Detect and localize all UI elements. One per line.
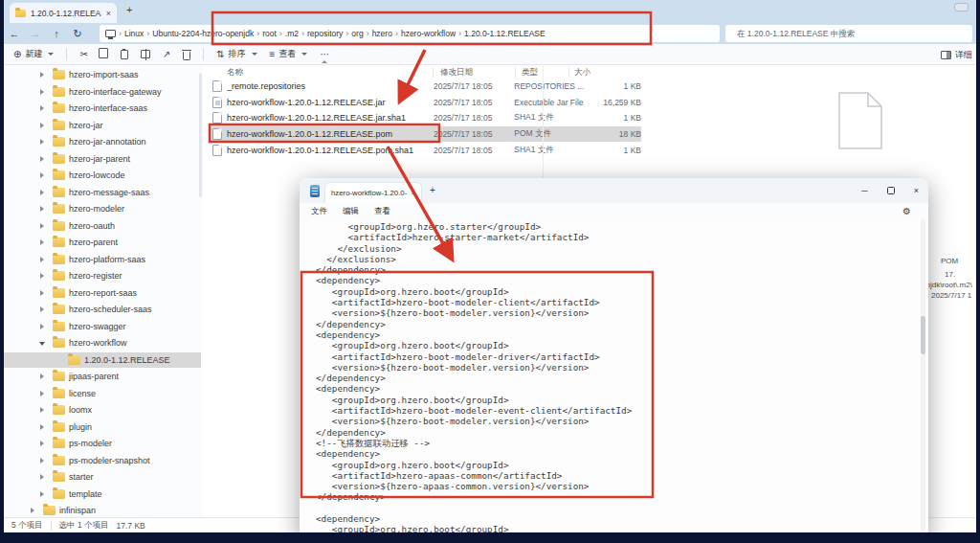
sidebar-item-starter[interactable]: starter <box>4 469 201 485</box>
chevron-right-icon[interactable] <box>36 439 49 448</box>
new-button[interactable]: ⊕ 新建 <box>13 48 54 60</box>
breadcrumb-item[interactable]: repository <box>307 29 343 38</box>
menu-edit[interactable]: 编辑 <box>343 206 359 217</box>
sidebar-item-hzero-message-saas[interactable]: hzero-message-saas <box>4 185 201 200</box>
close-icon[interactable]: × <box>411 189 415 197</box>
chevron-right-icon[interactable] <box>36 87 49 97</box>
minimize-icon[interactable]: ─ <box>861 186 867 195</box>
file-row[interactable]: hzero-workflow-1.20.0-1.12.RELEASE.jar20… <box>209 95 641 111</box>
search-input[interactable] <box>725 25 972 42</box>
notepad-tab[interactable]: hzero-workflow-1.20.0-1.12.RELEAS × <box>324 182 422 203</box>
sidebar-item-loomx[interactable]: loomx <box>4 402 201 418</box>
window-maximize-button-partial[interactable] <box>954 3 969 11</box>
sidebar-item-jipaas-parent[interactable]: jipaas-parent <box>4 369 201 384</box>
chevron-right-icon[interactable] <box>36 154 49 164</box>
sidebar-item-hzero-lowcode[interactable]: hzero-lowcode <box>4 168 201 183</box>
breadcrumb-item[interactable]: 1.20.0-1.12.RELEASE <box>464 29 546 38</box>
sidebar-item-hzero-jar-parent[interactable]: hzero-jar-parent <box>4 151 201 167</box>
chevron-right-icon[interactable] <box>36 271 49 281</box>
forward-icon[interactable]: → <box>25 28 46 39</box>
breadcrumb[interactable]: ›Linux›Ubuntu-2204-hzero-openjdk›root›.m… <box>100 25 720 42</box>
chevron-right-icon[interactable] <box>36 221 49 231</box>
back-icon[interactable]: ← <box>4 28 25 39</box>
chevron-right-icon[interactable] <box>27 506 39 515</box>
chevron-right-icon[interactable] <box>36 70 49 79</box>
sidebar-item-hzero-report-saas[interactable]: hzero-report-saas <box>4 285 201 301</box>
taskbar[interactable] <box>0 532 980 543</box>
details-toggle[interactable]: 详细 <box>941 44 972 65</box>
breadcrumb-item[interactable]: .m2 <box>285 29 299 38</box>
sort-button[interactable]: ⇅ 排序 <box>216 48 256 60</box>
chevron-right-icon[interactable] <box>36 103 49 113</box>
sidebar-item-plugin[interactable]: plugin <box>4 419 201 435</box>
scrollbar[interactable] <box>921 219 925 538</box>
chevron-right-icon[interactable] <box>36 389 49 398</box>
file-row[interactable]: hzero-workflow-1.20.0-1.12.RELEASE.jar.s… <box>209 110 641 126</box>
chevron-right-icon[interactable] <box>36 456 49 465</box>
breadcrumb-item[interactable]: hzero <box>372 29 392 38</box>
refresh-icon[interactable]: ↻ <box>67 28 88 40</box>
breadcrumb-item[interactable]: Linux <box>124 29 144 38</box>
sidebar-item-hzero-scheduler-saas[interactable]: hzero-scheduler-saas <box>4 302 201 317</box>
column-header-type[interactable]: 类型 <box>522 67 538 79</box>
rename-icon[interactable] <box>141 50 150 58</box>
chevron-right-icon[interactable] <box>36 238 49 247</box>
breadcrumb-item[interactable]: root <box>262 29 277 38</box>
menu-file[interactable]: 文件 <box>311 206 327 217</box>
breadcrumb-item[interactable]: org <box>351 29 363 38</box>
sidebar-item-hzero-interface-saas[interactable]: hzero-interface-saas <box>4 101 201 116</box>
new-tab-button[interactable]: + <box>430 185 435 195</box>
chevron-right-icon[interactable] <box>36 288 49 298</box>
chevron-right-icon[interactable] <box>36 489 49 499</box>
sidebar-item-hzero-register[interactable]: hzero-register <box>4 268 201 283</box>
sidebar-item-hzero-modeler[interactable]: hzero-modeler <box>4 201 201 216</box>
editor-content[interactable]: <groupId>org.hzero.starter</groupId> <ar… <box>300 219 928 538</box>
chevron-right-icon[interactable] <box>36 422 49 432</box>
sidebar-item-hzero-workflow[interactable]: hzero-workflow <box>4 335 201 351</box>
sidebar-item-template[interactable]: template <box>4 486 201 502</box>
sidebar-item-hzero-interface-gateway[interactable]: hzero-interface-gateway <box>4 84 201 100</box>
sidebar-item-infinispan[interactable]: infinispan <box>4 503 201 517</box>
column-header-name[interactable]: 名称 <box>227 67 243 79</box>
more-icon[interactable]: ⋯ <box>320 49 329 59</box>
sidebar-item-hzero-oauth[interactable]: hzero-oauth <box>4 218 201 234</box>
chevron-right-icon[interactable] <box>36 121 49 130</box>
maximize-icon[interactable] <box>887 187 895 194</box>
explorer-tab[interactable]: 1.20.0-1.12.RELEASE × <box>10 3 117 23</box>
chevron-down-icon[interactable] <box>36 338 49 348</box>
delete-icon[interactable] <box>183 52 190 60</box>
share-icon[interactable]: ↗ <box>163 49 170 59</box>
cut-icon[interactable]: ✂ <box>79 49 87 59</box>
chevron-right-icon[interactable] <box>36 137 49 147</box>
close-icon[interactable]: × <box>914 186 919 195</box>
chevron-right-icon[interactable] <box>36 372 49 381</box>
chevron-right-icon[interactable] <box>36 472 49 482</box>
menu-view[interactable]: 查看 <box>374 206 390 217</box>
chevron-right-icon[interactable] <box>36 322 49 331</box>
column-header-size[interactable]: 大小 <box>574 67 590 79</box>
breadcrumb-item[interactable]: hzero-workflow <box>401 29 456 38</box>
chevron-right-icon[interactable] <box>36 170 49 180</box>
file-row[interactable]: hzero-workflow-1.20.0-1.12.RELEASE.pom.s… <box>209 142 641 158</box>
sidebar-item-hzero-import-saas[interactable]: hzero-import-saas <box>4 67 201 82</box>
copy-icon[interactable] <box>100 50 108 58</box>
column-header-date[interactable]: 修改日期 <box>440 67 473 79</box>
chevron-right-icon[interactable] <box>36 305 49 314</box>
view-button[interactable]: ≡ 查看 <box>270 48 308 60</box>
sidebar-item-license[interactable]: license <box>4 386 201 401</box>
sidebar-item-hzero-jar[interactable]: hzero-jar <box>4 118 201 133</box>
paste-icon[interactable] <box>121 50 128 59</box>
chevron-right-icon[interactable] <box>36 255 49 264</box>
sidebar-item-hzero-parent[interactable]: hzero-parent <box>4 235 201 250</box>
sidebar-item-ps-modeler[interactable]: ps-modeler <box>4 436 201 451</box>
close-icon[interactable]: × <box>106 9 111 18</box>
breadcrumb-item[interactable]: Ubuntu-2204-hzero-openjdk <box>152 29 254 38</box>
chevron-right-icon[interactable] <box>36 405 49 415</box>
sidebar-item-hzero-platform-saas[interactable]: hzero-platform-saas <box>4 252 201 267</box>
gear-icon[interactable]: ⚙ <box>902 206 911 216</box>
chevron-right-icon[interactable] <box>36 204 49 214</box>
sidebar-item-1.20.0-1.12.RELEASE[interactable]: 1.20.0-1.12.RELEASE <box>4 352 201 368</box>
sidebar-item-hzero-swagger[interactable]: hzero-swagger <box>4 319 201 334</box>
up-icon[interactable]: ↑ <box>46 28 67 39</box>
chevron-right-icon[interactable] <box>36 188 49 197</box>
